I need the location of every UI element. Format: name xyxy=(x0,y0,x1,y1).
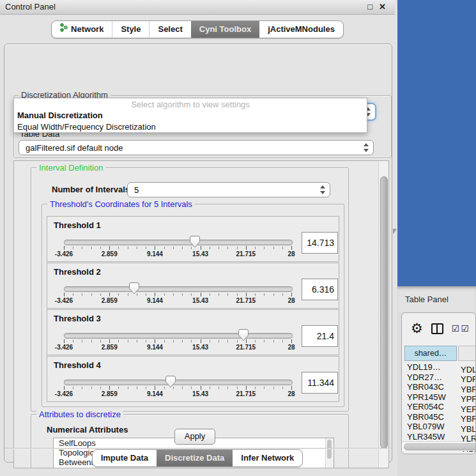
threshold-label: Threshold 3 xyxy=(54,314,101,323)
settings-scrollbar[interactable] xyxy=(378,161,388,468)
tab-cyni-toolbox[interactable]: Cyni Toolbox xyxy=(191,21,259,38)
threshold-slider-thumb[interactable] xyxy=(129,282,139,295)
cell-shared-name[interactable]: YER054C xyxy=(402,402,458,412)
threshold-slider-track[interactable] xyxy=(64,240,293,245)
mouse-cursor xyxy=(393,229,397,234)
num-intervals-value: 5 xyxy=(134,185,139,195)
threshold-slider-track[interactable] xyxy=(64,380,293,385)
tab-impute-data[interactable]: Impute Data xyxy=(93,450,157,466)
gear-icon[interactable]: ⚙ xyxy=(411,322,423,335)
dropdown-option-manual[interactable]: Manual Discretization xyxy=(14,110,367,121)
threshold-slider-track[interactable] xyxy=(64,333,293,339)
control-panel-titlebar: Control Panel □ ✕ xyxy=(0,0,395,15)
threshold-slider-thumb[interactable] xyxy=(238,329,249,341)
table-panel: ⚙ ☑☑ shared… name YDL19…YDL19YDR27…YDR27… xyxy=(401,312,476,454)
table-row[interactable]: YDL19…YDL19 xyxy=(402,362,476,372)
cell-shared-name[interactable]: YDR27… xyxy=(402,372,458,383)
settings-scrollpane: Interval Definition Number of Intervals … xyxy=(13,160,389,468)
tab-select[interactable]: Select xyxy=(149,21,190,38)
num-intervals-label: Number of Intervals xyxy=(52,185,130,194)
cyni-toolbox-panel: Discretization Algorithm Select algorith… xyxy=(4,43,392,463)
cell-shared-name[interactable]: YDL19… xyxy=(402,362,458,372)
tab-impute-data-label: Impute Data xyxy=(101,450,148,466)
threshold-value[interactable]: 14.713 xyxy=(302,232,338,254)
threshold-value[interactable]: 11.344 xyxy=(302,372,338,394)
threshold-row: Threshold 3 -3.4262.8599.14415.4321.7152… xyxy=(47,309,339,355)
tab-infer-network[interactable]: Infer Network xyxy=(233,450,302,466)
tab-jactivemnodules[interactable]: jActiveMNodules xyxy=(259,21,343,38)
attributes-group-title: Attributes to discretize xyxy=(36,410,123,419)
interval-group-title: Interval Definition xyxy=(36,163,105,173)
numerical-attributes-label: Numerical Attributes xyxy=(47,425,128,434)
num-intervals-combobox[interactable]: 5 xyxy=(127,182,330,197)
cell-shared-name[interactable]: YBL079W xyxy=(402,422,458,432)
threshold-slider-track[interactable] xyxy=(64,286,293,292)
table-row[interactable]: YBR043CYBR043C xyxy=(402,382,476,392)
cell-shared-name[interactable]: YLR345W xyxy=(402,432,458,442)
network-window-frame[interactable]: GAL80GAL11GAL4GCY1HHAP2GC xyxy=(397,0,476,286)
table-row[interactable]: YLR345WYLR345W xyxy=(402,432,476,442)
algorithm-dropdown-popup: Select algorithm to view settings Manual… xyxy=(13,98,367,133)
column-header-shared-name[interactable]: shared… xyxy=(404,346,457,361)
control-panel-title: Control Panel xyxy=(5,0,56,14)
threshold-row: Threshold 1 -3.4262.8599.14415.4321.7152… xyxy=(47,216,339,262)
checkbox-icons[interactable]: ☑☑ xyxy=(452,323,470,334)
cell-shared-name[interactable]: YPR145W xyxy=(402,392,458,403)
threshold-value[interactable]: 6.316 xyxy=(302,279,338,300)
tab-style-label: Style xyxy=(121,21,141,38)
column-header-name[interactable]: name xyxy=(458,346,476,361)
tab-cyni-toolbox-label: Cyni Toolbox xyxy=(199,21,251,38)
close-panel-icon[interactable]: ✕ xyxy=(379,3,386,12)
tab-discretize-data-label: Discretize Data xyxy=(165,450,224,466)
table-header: shared… name xyxy=(402,346,476,361)
table-panel-titlebar: Table Panel xyxy=(397,286,476,312)
table-row[interactable]: YPR145WYPR145W xyxy=(402,392,476,403)
top-tab-bar: Network Style Select Cyni Toolbox jActiv… xyxy=(0,20,395,38)
tab-network-label: Network xyxy=(71,21,104,38)
scrollbar-thumb[interactable] xyxy=(404,443,476,450)
stepper-icon xyxy=(319,185,326,194)
threshold-row: Threshold 2 -3.4262.8599.14415.4321.7152… xyxy=(47,263,339,309)
columns-icon[interactable] xyxy=(431,323,443,334)
tab-infer-network-label: Infer Network xyxy=(241,450,294,466)
thresholds-group-title: Threshold's Coordinates for 5 Intervals xyxy=(47,199,195,209)
tab-discretize-data[interactable]: Discretize Data xyxy=(157,450,233,466)
dropdown-option-equal-width[interactable]: Equal Width/Frequency Discretization xyxy=(14,121,367,133)
table-panel-title: Table Panel xyxy=(405,295,449,304)
stepper-icon xyxy=(363,143,369,152)
tab-style[interactable]: Style xyxy=(112,21,149,38)
cell-shared-name[interactable]: YBR045C xyxy=(402,412,458,422)
interval-definition-group: Interval Definition Number of Intervals … xyxy=(31,167,349,411)
table-row[interactable]: YDR27…YDR27 xyxy=(402,372,476,383)
table-toolbar: ⚙ ☑☑ xyxy=(402,313,476,344)
scrollbar-thumb[interactable] xyxy=(380,176,388,449)
table-data-combobox[interactable]: galFiltered.sif default node xyxy=(19,140,374,155)
threshold-slider-thumb[interactable] xyxy=(190,236,200,248)
threshold-label: Threshold 1 xyxy=(54,220,101,230)
threshold-row: Threshold 4 -3.4262.8599.14415.4321.7152… xyxy=(47,356,339,402)
thresholds-group: Threshold's Coordinates for 5 Intervals … xyxy=(42,204,344,407)
threshold-label: Threshold 2 xyxy=(54,267,101,277)
table-row[interactable]: YBR045CYBR045C xyxy=(402,412,476,422)
cell-shared-name[interactable]: YBR043C xyxy=(402,382,458,392)
tab-select-label: Select xyxy=(158,21,182,38)
bottom-tab-bar: Impute Data Discretize Data Infer Networ… xyxy=(0,449,395,467)
tab-jactivemnodules-label: jActiveMNodules xyxy=(268,21,335,38)
dropdown-prompt: Select algorithm to view settings xyxy=(14,98,367,110)
table-row[interactable]: YBL079WYBL079W xyxy=(402,422,476,432)
table-row[interactable]: YER054CYER054C xyxy=(402,402,476,412)
threshold-label: Threshold 4 xyxy=(54,360,101,370)
tab-network[interactable]: Network xyxy=(52,21,112,38)
float-panel-icon[interactable]: □ xyxy=(367,3,372,12)
app-root: Control Panel □ ✕ Network Style Select C… xyxy=(0,0,476,476)
table-data-value: galFiltered.sif default node xyxy=(26,143,123,153)
network-icon xyxy=(60,21,68,38)
threshold-value[interactable]: 21.4 xyxy=(302,325,338,347)
table-horizontal-scrollbar[interactable] xyxy=(402,441,475,451)
apply-button[interactable]: Apply xyxy=(174,429,215,445)
threshold-slider-thumb[interactable] xyxy=(165,376,176,388)
